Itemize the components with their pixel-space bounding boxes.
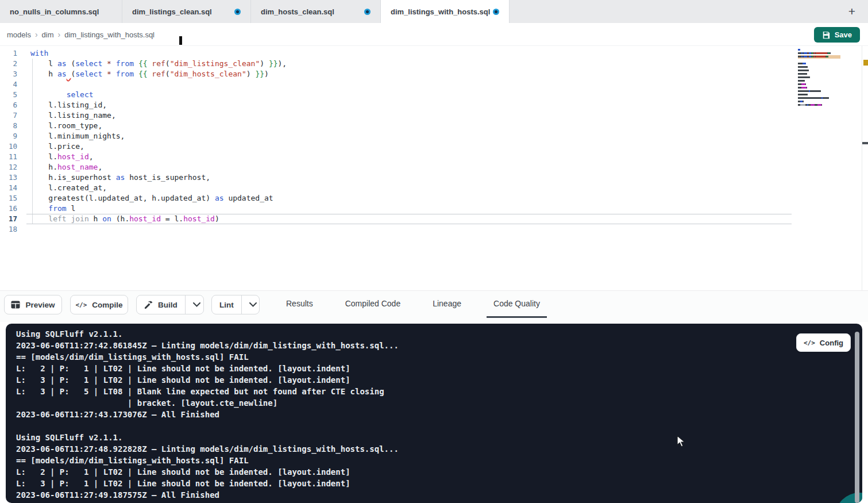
lint-button-label: Lint	[219, 301, 234, 309]
annotation-scrollbar[interactable]	[862, 46, 868, 290]
code-line-text: l.room_type,	[17, 121, 102, 131]
line-number: 9	[0, 131, 17, 141]
lint-dropdown-button[interactable]	[247, 295, 259, 314]
new-tab-button[interactable]: +	[844, 0, 860, 23]
line-number: 1	[0, 48, 17, 59]
code-line[interactable]: 10 l.price,	[0, 141, 287, 152]
file-tab-dim-hosts-clean-sql[interactable]: dim_hosts_clean.sql	[251, 0, 381, 23]
breadcrumb-item-dim[interactable]: dim	[42, 30, 54, 39]
tab-bar: no_nulls_in_columns.sqldim_listings_clea…	[0, 0, 868, 23]
chevron-down-icon	[249, 302, 257, 307]
build-hammer-icon	[144, 301, 153, 309]
build-button[interactable]: Build	[137, 295, 186, 314]
line-number: 7	[0, 110, 17, 121]
code-line-text: h as (select * from {{ ref("dim_hosts_cl…	[17, 69, 269, 79]
code-line-text: l.minimum_nights,	[17, 131, 125, 141]
terminal-line: L: 3 | P: 5 | LT08 | Blank line expected…	[16, 386, 399, 397]
code-line[interactable]: 14 l.created_at,	[0, 183, 287, 193]
code-line[interactable]: 15 greatest(l.updated_at, h.updated_at) …	[0, 193, 287, 203]
code-line[interactable]: 12 h.host_name,	[0, 162, 287, 172]
code-line[interactable]: 6 l.listing_id,	[0, 100, 287, 110]
line-number: 6	[0, 100, 17, 110]
terminal-line: Using SQLFluff v2.1.1.	[16, 432, 399, 443]
build-split-button: Build	[136, 295, 204, 314]
terminal-line: | bracket. [layout.cte_newline]	[16, 397, 399, 409]
code-line-text: l.price,	[17, 141, 84, 152]
file-tab-label: dim_hosts_clean.sql	[261, 7, 334, 16]
code-line-text: l.created_at,	[17, 183, 107, 193]
compile-button-label: Compile	[92, 301, 122, 309]
code-line-text: greatest(l.updated_at, h.updated_at) as …	[17, 193, 273, 203]
file-tab-label: no_nulls_in_columns.sql	[10, 7, 99, 16]
line-number: 5	[0, 90, 17, 100]
code-line[interactable]: 4	[0, 79, 287, 90]
code-line[interactable]: 13 h.is_superhost as host_is_superhost,	[0, 172, 287, 183]
line-number: 14	[0, 183, 17, 193]
file-tab-label: dim_listings_clean.sql	[132, 7, 212, 16]
file-tab-no-nulls-in-columns-sql[interactable]: no_nulls_in_columns.sql	[0, 0, 122, 23]
code-line-text: l.listing_id,	[17, 100, 107, 110]
preview-button[interactable]: Preview	[4, 295, 62, 314]
code-line[interactable]: 1with	[0, 48, 287, 59]
save-button[interactable]: Save	[814, 27, 860, 43]
preview-table-icon	[11, 301, 20, 309]
code-line[interactable]: 3 h as (select * from {{ ref("dim_hosts_…	[0, 69, 287, 79]
unsaved-changes-dot-icon	[493, 9, 499, 15]
build-dropdown-button[interactable]	[191, 295, 203, 314]
code-line-text: l.host_id,	[17, 152, 94, 162]
code-line-text: from l	[17, 203, 75, 214]
line-number: 13	[0, 172, 17, 183]
build-button-label: Build	[158, 301, 178, 309]
terminal-line: == [models/dim/dim_listings_with_hosts.s…	[16, 455, 399, 466]
tab-code-quality[interactable]: Code Quality	[487, 291, 547, 318]
minimap[interactable]	[798, 48, 840, 110]
config-button[interactable]: </> Config	[796, 333, 851, 352]
terminal-output: Using SQLFluff v2.1.1.2023-06-06T11:27:4…	[16, 328, 399, 501]
code-line-text: l.listing_name,	[17, 110, 116, 121]
lint-button[interactable]: Lint	[212, 295, 242, 314]
scroll-position-marker[interactable]	[862, 142, 868, 144]
tab-results[interactable]: Results	[279, 291, 320, 318]
compile-button[interactable]: </> Compile	[70, 295, 128, 314]
tab-compiled-code[interactable]: Compiled Code	[338, 291, 408, 318]
code-line-text: select	[17, 90, 94, 100]
code-line[interactable]: 18	[0, 224, 287, 235]
terminal-line: L: 3 | P: 1 | LT02 | Line should not be …	[16, 374, 399, 386]
breadcrumb-item-dim-listings-with-hosts-sql[interactable]: dim_listings_with_hosts.sql	[64, 30, 155, 39]
terminal-line: 2023-06-06T11:27:42.861845Z — Linting mo…	[16, 340, 399, 351]
compile-code-icon: </>	[75, 301, 87, 309]
code-line[interactable]: 8 l.room_type,	[0, 121, 287, 131]
line-number: 12	[0, 162, 17, 172]
line-number: 11	[0, 152, 17, 162]
lint-warning-marker[interactable]	[863, 60, 868, 66]
code-line-text: h.is_superhost as host_is_superhost,	[17, 172, 210, 183]
tab-lineage[interactable]: Lineage	[426, 291, 468, 318]
file-tab-dim-listings-clean-sql[interactable]: dim_listings_clean.sql	[122, 0, 251, 23]
config-code-icon: </>	[804, 339, 815, 347]
code-line[interactable]: 2 l as (select * from {{ ref("dim_listin…	[0, 59, 287, 69]
result-tabs: ResultsCompiled CodeLineageCode Quality	[279, 291, 547, 322]
line-number: 10	[0, 141, 17, 152]
terminal-line	[16, 420, 399, 432]
code-line[interactable]: 17 left join h on (h.host_id = l.host_id…	[0, 214, 287, 224]
terminal-panel: Using SQLFluff v2.1.1.2023-06-06T11:27:4…	[6, 324, 862, 503]
save-floppy-icon	[822, 31, 830, 39]
code-line-text	[17, 224, 30, 235]
file-tab-dim-listings-with-hosts-sql[interactable]: dim_listings_with_hosts.sql	[381, 0, 510, 23]
code-line[interactable]: 16 from l	[0, 203, 287, 214]
code-line-text: l as (select * from {{ ref("dim_listings…	[17, 59, 287, 69]
code-editor[interactable]: 1with2 l as (select * from {{ ref("dim_l…	[0, 46, 868, 290]
code-line[interactable]: 11 l.host_id,	[0, 152, 287, 162]
terminal-scrollbar[interactable]	[855, 332, 859, 503]
code-line[interactable]: 5 select	[0, 90, 287, 100]
text-cursor-artifact	[179, 36, 182, 45]
preview-button-label: Preview	[25, 301, 55, 309]
code-line[interactable]: 7 l.listing_name,	[0, 110, 287, 121]
code-line[interactable]: 9 l.minimum_nights,	[0, 131, 287, 141]
unsaved-changes-dot-icon	[234, 9, 241, 15]
terminal-line: == [models/dim/dim_listings_with_hosts.s…	[16, 351, 399, 363]
terminal-line: Using SQLFluff v2.1.1.	[16, 328, 399, 340]
breadcrumb-item-models[interactable]: models	[7, 30, 31, 39]
breadcrumb-separator-icon: ›	[58, 30, 61, 39]
code-lines[interactable]: 1with2 l as (select * from {{ ref("dim_l…	[0, 48, 287, 235]
